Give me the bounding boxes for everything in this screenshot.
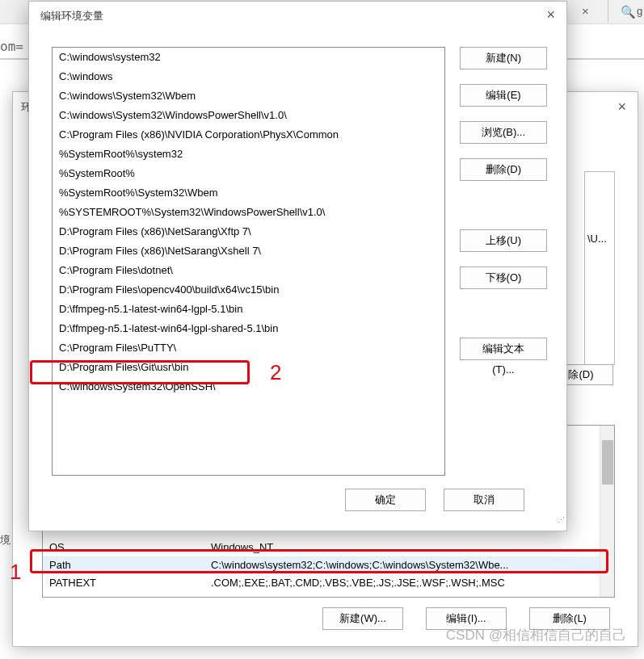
- scrollbar-thumb[interactable]: [602, 440, 613, 485]
- move-up-button[interactable]: 上移(U): [460, 229, 547, 252]
- new-sys-var-button[interactable]: 新建(W)...: [322, 607, 403, 630]
- path-list[interactable]: C:\windows\system32C:\windowsC:\windows\…: [52, 47, 445, 476]
- search-hint: g: [637, 5, 642, 17]
- var-value: C:\windows\system32;C:\windows;C:\window…: [211, 556, 614, 574]
- table-row[interactable]: PATHEXT.COM;.EXE;.BAT;.CMD;.VBS;.VBE;.JS…: [43, 574, 614, 592]
- var-name: [49, 592, 211, 598]
- search-icon[interactable]: 🔍: [621, 5, 636, 19]
- ok-button[interactable]: 确定: [345, 489, 426, 511]
- dialog-title: 编辑环境变量: [29, 2, 566, 30]
- list-item[interactable]: %SYSTEMROOT%\System32\WindowsPowerShell\…: [53, 203, 444, 222]
- list-item[interactable]: D:\Program Files (x86)\NetSarang\Xftp 7\: [53, 222, 444, 241]
- resize-grip-icon[interactable]: ⋰: [554, 518, 565, 529]
- browse-button[interactable]: 浏览(B)...: [460, 121, 547, 144]
- close-icon[interactable]: ×: [617, 99, 626, 115]
- list-item[interactable]: D:\ffmpeg-n5.1-latest-win64-lgpl-shared-…: [53, 319, 444, 338]
- var-name: PATHEXT: [49, 574, 211, 592]
- list-item[interactable]: C:\Program Files\dotnet\: [53, 261, 444, 280]
- url-fragment: om=: [0, 39, 23, 54]
- delete-button[interactable]: 删除(D): [460, 158, 547, 181]
- cancel-button[interactable]: 取消: [444, 489, 524, 511]
- list-item[interactable]: D:\Program Files (x86)\NetSarang\Xshell …: [53, 241, 444, 261]
- env-label-2: 境: [0, 533, 10, 549]
- list-item[interactable]: %SystemRoot%: [53, 164, 444, 183]
- user-vars-list[interactable]: \U...: [584, 171, 615, 365]
- list-item[interactable]: C:\windows\system32: [53, 48, 444, 67]
- var-name: Path: [49, 556, 211, 574]
- list-item[interactable]: C:\Program Files (x86)\NVIDIA Corporatio…: [53, 125, 444, 145]
- list-item[interactable]: D:\Program Files\Git\usr\bin: [53, 358, 444, 377]
- list-item[interactable]: C:\windows: [53, 67, 444, 86]
- side-buttons: 新建(N) 编辑(E) 浏览(B)... 删除(D) 上移(U) 下移(O) 编…: [460, 47, 547, 476]
- scrollbar[interactable]: [600, 426, 614, 597]
- table-row[interactable]: [43, 592, 614, 598]
- edit-button[interactable]: 编辑(E): [460, 84, 547, 107]
- edit-text-button[interactable]: 编辑文本(T)...: [460, 338, 547, 360]
- var-value: [211, 592, 614, 598]
- tab-close-icon[interactable]: ×: [582, 4, 589, 18]
- close-icon[interactable]: ×: [546, 6, 555, 23]
- dialog-body: C:\windows\system32C:\windowsC:\windows\…: [52, 47, 547, 476]
- table-row[interactable]: OSWindows_NT: [43, 539, 614, 556]
- list-item[interactable]: D:\ffmpeg-n5.1-latest-win64-lgpl-5.1\bin: [53, 300, 444, 319]
- list-item[interactable]: %SystemRoot%\system32: [53, 145, 444, 164]
- list-item[interactable]: C:\windows\System32\OpenSSH\: [53, 377, 444, 397]
- table-rows-container: OSWindows_NTPathC:\windows\system32;C:\w…: [43, 539, 614, 598]
- move-down-button[interactable]: 下移(O): [460, 267, 547, 289]
- delete-sys-var-button[interactable]: 删除(L): [529, 607, 610, 630]
- edit-env-var-dialog: 编辑环境变量 × C:\windows\system32C:\windowsC:…: [28, 1, 567, 531]
- new-button[interactable]: 新建(N): [460, 47, 547, 69]
- list-item[interactable]: C:\windows\System32\WindowsPowerShell\v1…: [53, 106, 444, 125]
- table-row[interactable]: PathC:\windows\system32;C:\windows;C:\wi…: [43, 556, 614, 574]
- list-item[interactable]: C:\windows\System32\Wbem: [53, 86, 444, 106]
- var-value: Windows_NT: [211, 539, 614, 556]
- dialog-bottom-buttons: 确定 取消: [345, 489, 524, 511]
- list-item[interactable]: D:\Program Files\opencv400\build\x64\vc1…: [53, 280, 444, 300]
- list-item[interactable]: C:\Program Files\PuTTY\: [53, 338, 444, 358]
- system-vars-buttons: 新建(W)... 编辑(I)... 删除(L): [322, 607, 610, 630]
- tab-separator: [608, 0, 608, 23]
- var-value: .COM;.EXE;.BAT;.CMD;.VBS;.VBE;.JS;.JSE;.…: [211, 574, 614, 592]
- edit-sys-var-button[interactable]: 编辑(I)...: [426, 607, 507, 630]
- list-item[interactable]: %SystemRoot%\System32\Wbem: [53, 183, 444, 203]
- list-item[interactable]: \U...: [585, 229, 614, 249]
- var-name: OS: [49, 539, 211, 556]
